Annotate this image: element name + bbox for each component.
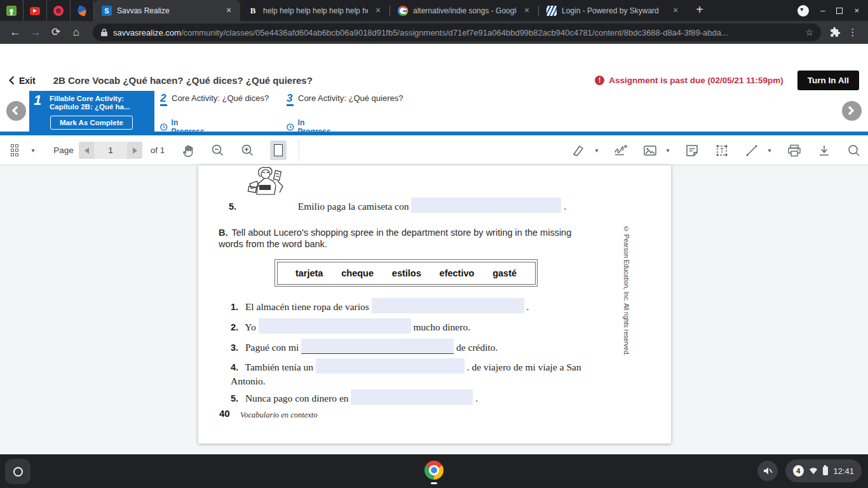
- carousel-next-button[interactable]: [842, 101, 862, 121]
- item-text: Emilio paga la camiseta con: [298, 201, 409, 212]
- tab-help[interactable]: B help help help help help help hel ×: [240, 0, 390, 21]
- launcher-icon: [13, 467, 23, 477]
- worksheet-item: 4. También tenía un . de viajero de mi v…: [231, 355, 590, 388]
- fillable-blank[interactable]: [351, 390, 473, 405]
- address-bar[interactable]: savvasrealize.com/community/classes/05e4…: [93, 24, 821, 41]
- step-number: 3: [287, 92, 292, 105]
- back-icon[interactable]: ←: [6, 24, 24, 41]
- print-icon[interactable]: [784, 135, 804, 165]
- close-tab-icon[interactable]: ×: [373, 6, 383, 16]
- close-tab-icon[interactable]: ×: [670, 6, 681, 16]
- pinned-tab-blue[interactable]: [71, 0, 94, 21]
- image-dropdown-icon[interactable]: ▾: [663, 135, 672, 165]
- wifi-icon: [809, 467, 818, 475]
- fillable-blank[interactable]: [372, 298, 524, 313]
- fit-page-button[interactable]: [269, 135, 288, 165]
- steps-carousel: 1 Fillable Core Activity: Capítulo 2B: ¿…: [0, 91, 868, 132]
- fillable-blank[interactable]: [411, 198, 561, 213]
- line-tool-icon[interactable]: [742, 135, 761, 165]
- speaker-muted-icon: [763, 466, 773, 476]
- restore-button[interactable]: [836, 8, 843, 14]
- thumbnails-panel-icon[interactable]: [6, 135, 23, 165]
- worksheet-item: 5. Nunca pago con dinero en .: [231, 386, 587, 405]
- word-bank-word: efectivo: [440, 268, 475, 278]
- note-tool-icon[interactable]: [682, 135, 702, 165]
- worksheet-item: 2. Yo mucho dinero.: [231, 315, 587, 334]
- pinned-tab-red[interactable]: [47, 0, 71, 21]
- assignment-title: 2B Core Vocab ¿Qué hacen? ¿Qué dices? ¿Q…: [53, 75, 313, 86]
- exit-button[interactable]: Exit: [9, 76, 36, 86]
- launcher-button[interactable]: [5, 459, 31, 484]
- step-title: Fillable Core Activity: Capítulo 2B: ¿Qu…: [50, 95, 151, 111]
- line-dropdown-icon[interactable]: ▾: [765, 135, 774, 165]
- fillable-blank[interactable]: [316, 358, 465, 374]
- minimize-button[interactable]: –: [820, 0, 825, 21]
- chrome-menu-icon[interactable]: ⋮: [844, 24, 862, 41]
- textbox-tool-icon[interactable]: T: [712, 135, 731, 165]
- alert-icon: !: [595, 76, 604, 85]
- pan-tool-icon[interactable]: [179, 135, 198, 165]
- page-number-input[interactable]: [94, 142, 127, 159]
- svg-text:T: T: [720, 147, 724, 154]
- chrome-app-icon[interactable]: [424, 461, 444, 480]
- section-label: B.: [219, 227, 228, 238]
- close-tab-icon[interactable]: ×: [224, 6, 234, 16]
- image-tool-icon[interactable]: [641, 135, 660, 165]
- fillable-blank[interactable]: [301, 339, 454, 354]
- next-page-button[interactable]: [127, 142, 142, 159]
- step-title: Core Activity: ¿Qué quieres?: [298, 93, 403, 103]
- zoom-out-icon[interactable]: [208, 135, 227, 165]
- new-tab-button[interactable]: +: [691, 1, 709, 19]
- volume-muted-button[interactable]: [757, 461, 778, 481]
- panel-dropdown-icon[interactable]: ▾: [28, 135, 38, 165]
- prev-page-button[interactable]: [79, 142, 94, 159]
- status-tray[interactable]: 4 12:41: [785, 459, 862, 482]
- skyward-favicon: [546, 6, 557, 16]
- worksheet-page: 5. Emilio paga la camiseta con . B.Tell …: [198, 165, 671, 444]
- forward-icon[interactable]: →: [27, 24, 44, 41]
- bookmark-star-icon[interactable]: ☆: [805, 27, 813, 37]
- screen: S Savvas Realize × B help help help help…: [0, 0, 868, 488]
- close-tab-icon[interactable]: ×: [522, 6, 532, 16]
- chevron-left-icon: [11, 105, 19, 116]
- url-text: savvasrealize.com/community/classes/05e4…: [113, 28, 728, 37]
- pinned-tab-classroom[interactable]: [0, 0, 24, 21]
- carousel-prev-button[interactable]: [6, 101, 26, 121]
- section-b-instructions: B.Tell about Lucero's shopping spree in …: [219, 227, 582, 250]
- battery-icon: [823, 466, 829, 475]
- active-app-indicator: [431, 482, 437, 484]
- tab-title: alternative/indie songs - Google: [413, 6, 517, 15]
- lock-icon: [100, 28, 108, 37]
- highlighter-tool-icon[interactable]: [569, 135, 588, 165]
- search-document-icon[interactable]: [844, 135, 864, 165]
- chevron-right-icon: [847, 105, 855, 116]
- zoom-in-icon[interactable]: [238, 135, 257, 165]
- savvas-favicon: S: [102, 6, 112, 16]
- pdf-toolbar: ▾ Page of 1 ▾ ▾: [0, 135, 868, 165]
- extensions-icon[interactable]: [829, 26, 841, 39]
- mark-as-complete-button[interactable]: Mark As Complete: [50, 116, 133, 130]
- step-1-active[interactable]: 1 Fillable Core Activity: Capítulo 2B: ¿…: [29, 91, 154, 132]
- tab-skyward[interactable]: Login - Powered by Skyward ×: [539, 0, 687, 21]
- page-label: Page: [51, 135, 76, 165]
- media-controls-icon[interactable]: [797, 5, 809, 17]
- close-window-button[interactable]: ×: [854, 0, 859, 21]
- word-bank-word: gasté: [492, 268, 517, 278]
- turn-in-all-button[interactable]: Turn In All: [797, 71, 859, 90]
- tab-strip: S Savvas Realize × B help help help help…: [0, 0, 868, 21]
- past-due-warning: ! Assignment is past due (02/05/21 11:59…: [595, 76, 783, 85]
- signature-tool-icon[interactable]: [611, 135, 632, 165]
- browser-toolbar: ← → ⟳ ⌂ savvasrealize.com/community/clas…: [0, 21, 868, 44]
- pinned-tab-youtube[interactable]: [24, 0, 47, 21]
- tab-google-search[interactable]: alternative/indie songs - Google ×: [390, 0, 538, 21]
- tab-savvas-realize[interactable]: S Savvas Realize ×: [94, 0, 240, 21]
- fillable-blank[interactable]: [259, 318, 411, 334]
- clock-icon: [160, 123, 168, 132]
- home-icon[interactable]: ⌂: [67, 24, 85, 41]
- document-viewer[interactable]: 5. Emilio paga la camiseta con . B.Tell …: [0, 165, 868, 454]
- word-bank-word: cheque: [341, 268, 374, 278]
- reload-icon[interactable]: ⟳: [47, 24, 65, 41]
- clock-icon: [287, 123, 294, 132]
- download-icon[interactable]: [815, 135, 834, 165]
- highlighter-dropdown-icon[interactable]: ▾: [592, 135, 601, 165]
